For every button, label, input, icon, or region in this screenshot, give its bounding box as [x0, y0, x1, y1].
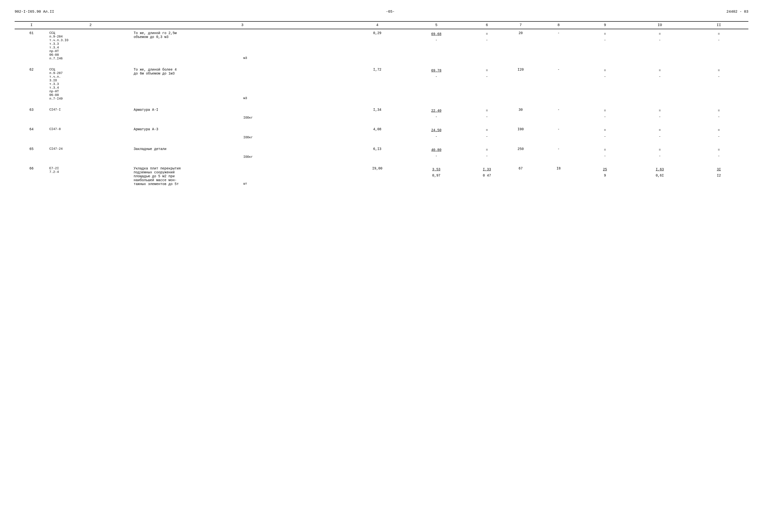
table-row: 66E7-2I 7.2-4Укладка плит перекрытия под…	[15, 165, 748, 188]
row-price: 22,40-	[402, 106, 470, 122]
row-col9: =-	[580, 66, 630, 102]
row-col7: 20	[504, 29, 537, 62]
col-header-1: I	[15, 22, 48, 29]
row-unit: IOOкг	[242, 145, 352, 161]
row-spacer	[15, 161, 748, 165]
row-ref: ССЦ п.9-287 т.ч.п. 3.IO т.3.3 т.3.4 пр-Н…	[48, 66, 133, 102]
row-col9: 259	[580, 165, 630, 188]
row-col6: =-	[470, 145, 504, 161]
table-row: 65CI47-24Закладные деталиIOOкг6,I340,80-…	[15, 145, 748, 161]
col-header-10: IO	[630, 22, 689, 29]
row-description: Укладка плит перекрытия подземных сооруж…	[133, 165, 243, 188]
row-id: 66	[15, 165, 48, 188]
row-id: 62	[15, 66, 48, 102]
row-description: Арматура А-I	[133, 106, 243, 122]
row-ref: CI47-I	[48, 106, 133, 122]
header-center: -65-	[386, 10, 395, 14]
row-col11: =-	[690, 66, 748, 102]
row-id: 64	[15, 126, 48, 141]
row-col8: I8	[538, 165, 580, 188]
row-col11: =-	[690, 106, 748, 122]
row-price: 69,68-	[402, 29, 470, 62]
row-col8: -	[538, 66, 580, 102]
row-quantity: 0,29	[352, 29, 402, 62]
row-price: 69,78-	[402, 66, 470, 102]
row-col7: 67	[504, 165, 537, 188]
table-row: 61ССЦ п.9-284 т.ч.п.3.IO т.3.3 т.3.4 пр-…	[15, 29, 748, 62]
row-col9: =-	[580, 106, 630, 122]
main-table: I 2 3 4 5 6 7 8 9 IO II 61ССЦ п.9-284 т.…	[15, 21, 748, 191]
table-row: 64CI47-8Арматура А-3IOOкг4,0824,50-=-I00…	[15, 126, 748, 141]
row-ref: CI47-24	[48, 145, 133, 161]
table-row: 62ССЦ п.9-287 т.ч.п. 3.IO т.3.3 т.3.4 пр…	[15, 66, 748, 102]
row-ref: CI47-8	[48, 126, 133, 141]
row-quantity: I9,00	[352, 165, 402, 188]
row-unit: IOOкг	[242, 126, 352, 141]
row-spacer	[15, 188, 748, 191]
row-col6: =-	[470, 66, 504, 102]
header-right: 24402 - 03	[726, 10, 748, 14]
row-col9: =-	[580, 145, 630, 161]
row-col8: -	[538, 29, 580, 62]
row-col8: -	[538, 126, 580, 141]
row-id: 63	[15, 106, 48, 122]
row-col10: =-	[630, 29, 689, 62]
row-ref: E7-2I 7.2-4	[48, 165, 133, 188]
table-row: 63CI47-IАрматура А-IIOOкгI,3422,40-=-30-…	[15, 106, 748, 122]
row-spacer	[15, 122, 748, 126]
row-col7: I00	[504, 126, 537, 141]
row-quantity: 6,I3	[352, 145, 402, 161]
row-col10: =-	[630, 106, 689, 122]
row-col10: =-	[630, 66, 689, 102]
row-ref: ССЦ п.9-284 т.ч.п.3.IO т.3.3 т.3.4 пр-НТ…	[48, 29, 133, 62]
row-quantity: I,34	[352, 106, 402, 122]
row-col7: 30	[504, 106, 537, 122]
row-unit: м3	[242, 29, 352, 62]
row-col11: =-	[690, 145, 748, 161]
row-col6: =-	[470, 106, 504, 122]
row-price: 3,530,97	[402, 165, 470, 188]
row-spacer	[15, 102, 748, 106]
row-col11: 3II2	[690, 165, 748, 188]
row-spacer	[15, 62, 748, 66]
row-col7: 250	[504, 145, 537, 161]
col-header-8: 8	[538, 22, 580, 29]
row-col10: =-	[630, 126, 689, 141]
row-col8: -	[538, 106, 580, 122]
row-spacer	[15, 141, 748, 145]
row-col10: =-	[630, 145, 689, 161]
col-header-4: 4	[352, 22, 402, 29]
row-col9: =-	[580, 29, 630, 62]
header-left: 902-I-I65.90 Ал.II	[15, 10, 54, 14]
col-header-5: 5	[402, 22, 470, 29]
row-unit: шт	[242, 165, 352, 188]
col-header-6: 6	[470, 22, 504, 29]
col-header-9: 9	[580, 22, 630, 29]
col-header-7: 7	[504, 22, 537, 29]
row-id: 61	[15, 29, 48, 62]
row-col10: I,630,6I	[630, 165, 689, 188]
row-col9: =-	[580, 126, 630, 141]
row-unit: м3	[242, 66, 352, 102]
row-col6: =-	[470, 29, 504, 62]
col-header-2: 2	[48, 22, 133, 29]
row-quantity: 4,08	[352, 126, 402, 141]
row-col7: I20	[504, 66, 537, 102]
col-header-3: 3	[133, 22, 352, 29]
row-description: То же, длиной более 4 до 6м объемом до 1…	[133, 66, 243, 102]
column-header-row: I 2 3 4 5 6 7 8 9 IO II	[15, 22, 748, 29]
row-unit: IOOкг	[242, 106, 352, 122]
row-col6: =-	[470, 126, 504, 141]
row-col11: =-	[690, 29, 748, 62]
col-header-11: II	[690, 22, 748, 29]
row-col11: =-	[690, 126, 748, 141]
page-header: 902-I-I65.90 Ал.II -65- 24402 - 03	[15, 10, 748, 14]
row-col6: I,330 47	[470, 165, 504, 188]
row-id: 65	[15, 145, 48, 161]
row-quantity: I,72	[352, 66, 402, 102]
row-description: То же, длиной го 2,5м объемом до 0,3 м3	[133, 29, 243, 62]
row-description: Закладные детали	[133, 145, 243, 161]
row-price: 24,50-	[402, 126, 470, 141]
row-price: 40,80-	[402, 145, 470, 161]
row-col8: -	[538, 145, 580, 161]
